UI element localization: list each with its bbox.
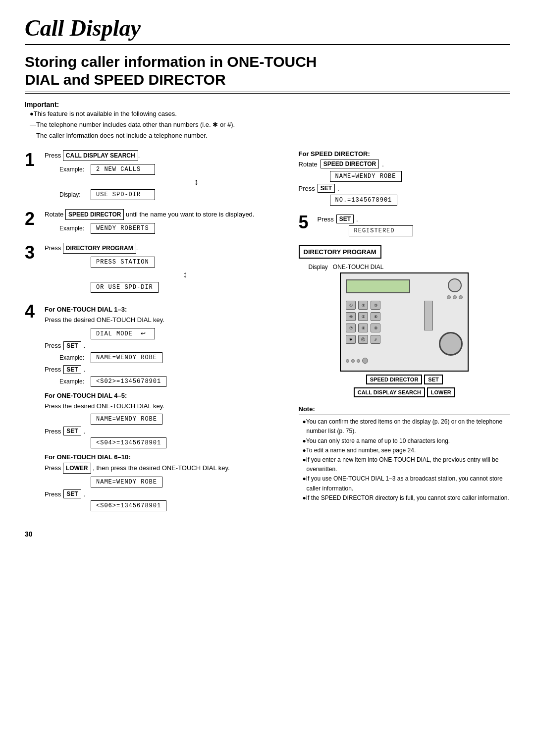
step3-display1: PRESS STATION bbox=[91, 257, 155, 268]
set-key-4-1[interactable]: SET bbox=[63, 341, 81, 350]
speed-director-rotate-key[interactable]: SPEED DIRECTOR bbox=[321, 160, 379, 168]
step4-name-wendy: NAME=WENDY ROBE bbox=[91, 352, 162, 363]
key-6[interactable]: ⑥ bbox=[371, 312, 380, 321]
step-3-number: 3 bbox=[25, 243, 40, 262]
device-diagram: ① ② ③ ④ ⑤ ⑥ ⑦ ⑧ ⑨ ✱ ⓪ # bbox=[340, 272, 469, 372]
speed-director-dial[interactable] bbox=[439, 332, 463, 356]
key-8[interactable]: ⑧ bbox=[358, 324, 368, 332]
page-title: Call Display bbox=[25, 15, 510, 45]
step-4-number: 4 bbox=[25, 302, 40, 321]
right-column: For SPEED DIRECTOR: Rotate SPEED DIRECTO… bbox=[299, 150, 511, 520]
bottom-buttons-row2: CALL DISPLAY SEARCH LOWER bbox=[299, 387, 511, 397]
note-section: Note: ●You can confirm the stored items … bbox=[299, 405, 511, 503]
set-key-4-2[interactable]: SET bbox=[63, 365, 81, 374]
step4-sub2: For ONE-TOUCH DIAL 4–5: Press the desire… bbox=[45, 392, 284, 449]
speed-director-section: For SPEED DIRECTOR: Rotate SPEED DIRECTO… bbox=[299, 150, 511, 206]
directory-program-section: DIRECTORY PROGRAM Display ONE-TOUCH DIAL… bbox=[299, 245, 511, 397]
set-key-4-4[interactable]: SET bbox=[63, 489, 81, 498]
important-label: Important: bbox=[25, 101, 59, 108]
section-title: Storing caller information in ONE-TOUCH … bbox=[25, 53, 510, 94]
step-1: 1 Press CALL DISPLAY SEARCH. Example: 2 … bbox=[25, 150, 284, 202]
important-block: Important: ●This feature is not availabl… bbox=[25, 101, 510, 141]
speed-director-key-2[interactable]: SPEED DIRECTOR bbox=[65, 209, 124, 220]
bottom-buttons: SPEED DIRECTOR SET bbox=[299, 375, 511, 384]
step-3-body: Press DIRECTORY PROGRAM. PRESS STATION ↕… bbox=[45, 243, 284, 295]
step-2: 2 Rotate SPEED DIRECTOR until the name y… bbox=[25, 209, 284, 236]
lower-bottom-btn[interactable]: LOWER bbox=[427, 387, 455, 397]
step4-sub1: For ONE-TOUCH DIAL 1–3: Press the desire… bbox=[45, 306, 284, 387]
key-hash[interactable]: # bbox=[371, 335, 380, 344]
step4-s02: <S02>=1345678901 bbox=[91, 376, 166, 387]
device-keypad-area: ① ② ③ ④ ⑤ ⑥ ⑦ ⑧ ⑨ ✱ ⓪ # bbox=[346, 301, 381, 345]
key-9[interactable]: ⑨ bbox=[371, 324, 380, 332]
step-5: 5 Press SET. REGISTERED bbox=[299, 213, 511, 238]
key-star[interactable]: ✱ bbox=[346, 335, 356, 344]
device-circle-top bbox=[448, 278, 462, 292]
directory-program-label: DIRECTORY PROGRAM bbox=[299, 245, 381, 259]
note-label: Note: bbox=[299, 405, 511, 413]
step2-example: WENDY ROBERTS bbox=[91, 223, 155, 234]
step-1-number: 1 bbox=[25, 150, 40, 169]
key-0[interactable]: ⓪ bbox=[358, 335, 368, 344]
step-1-body: Press CALL DISPLAY SEARCH. Example: 2 NE… bbox=[45, 150, 284, 202]
example-display-1: 2 NEW CALLS bbox=[91, 164, 155, 175]
step1-display-value: USE SPD-DIR bbox=[91, 189, 155, 200]
step-5-number: 5 bbox=[299, 213, 314, 231]
step4-sub2-display: NAME=WENDY ROBE bbox=[91, 414, 162, 425]
step5-registered: REGISTERED bbox=[349, 225, 413, 236]
set-key-speed1[interactable]: SET bbox=[318, 184, 335, 193]
step-2-number: 2 bbox=[25, 209, 40, 228]
speed-director-bottom-btn[interactable]: SPEED DIRECTOR bbox=[366, 375, 423, 384]
step4-sub3-display: NAME=WENDY ROBE bbox=[91, 477, 162, 487]
step4-s06: <S06>=1345678901 bbox=[91, 500, 166, 511]
key-5[interactable]: ⑤ bbox=[358, 312, 368, 321]
step4-dial-mode: DIAL MODE ↩ bbox=[91, 328, 155, 339]
key-3[interactable]: ③ bbox=[371, 301, 380, 310]
speed-director-no-display: NO.=1345678901 bbox=[330, 195, 398, 206]
key-2[interactable]: ② bbox=[358, 301, 368, 310]
note-items: ●You can confirm the stored items on the… bbox=[299, 417, 511, 503]
step4-s04: <S04>=1345678901 bbox=[91, 437, 166, 448]
step-4: 4 For ONE-TOUCH DIAL 1–3: Press the desi… bbox=[25, 302, 284, 513]
lower-key[interactable]: LOWER bbox=[63, 463, 91, 474]
key-1[interactable]: ① bbox=[346, 301, 356, 310]
call-display-search-bottom-btn[interactable]: CALL DISPLAY SEARCH bbox=[354, 387, 425, 397]
step-3: 3 Press DIRECTORY PROGRAM. PRESS STATION… bbox=[25, 243, 284, 295]
left-column: 1 Press CALL DISPLAY SEARCH. Example: 2 … bbox=[25, 150, 284, 520]
directory-program-key-3[interactable]: DIRECTORY PROGRAM bbox=[63, 243, 136, 254]
key-7[interactable]: ⑦ bbox=[346, 324, 356, 332]
set-key-5[interactable]: SET bbox=[336, 215, 354, 223]
speed-director-name-display: NAME=WENDY ROBE bbox=[330, 171, 402, 182]
set-bottom-btn[interactable]: SET bbox=[424, 375, 442, 384]
device-slot bbox=[424, 301, 433, 330]
step4-sub3: For ONE-TOUCH DIAL 6–10: Press LOWER , t… bbox=[45, 453, 284, 511]
step-2-body: Rotate SPEED DIRECTOR until the name you… bbox=[45, 209, 284, 236]
device-display-screen bbox=[346, 279, 410, 293]
key-4[interactable]: ④ bbox=[346, 312, 356, 321]
important-text: ●This feature is not available in the fo… bbox=[25, 108, 510, 141]
step3-display2: OR USE SPD-DIR bbox=[91, 282, 159, 293]
call-display-search-key[interactable]: CALL DISPLAY SEARCH bbox=[63, 150, 138, 161]
step-4-body: For ONE-TOUCH DIAL 1–3: Press the desire… bbox=[45, 302, 284, 513]
main-content: 1 Press CALL DISPLAY SEARCH. Example: 2 … bbox=[25, 150, 510, 520]
set-key-4-3[interactable]: SET bbox=[63, 427, 81, 435]
page-number: 30 bbox=[25, 530, 510, 538]
